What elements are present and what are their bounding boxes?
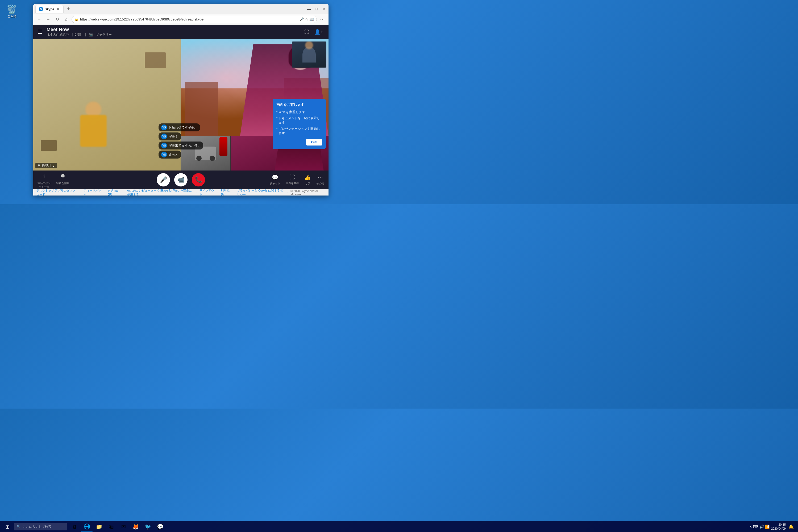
browser-tabs: S Skype ✕ + <box>35 5 304 13</box>
share-link-label: 通話のリン クを共有 <box>38 182 51 189</box>
more-control[interactable]: ⋯ その他 <box>316 174 324 185</box>
caption-text-2: 字幕？ <box>169 134 178 139</box>
meeting-subtitle: 3/4 人が通話中 | 0:58 | 📷 ギャラリー <box>46 33 303 37</box>
address-bar[interactable]: 🔒 https://web.skype.com/19:1522f77256954… <box>72 16 317 23</box>
mic-icon-left: 🎙 <box>38 164 41 168</box>
pip-video <box>292 41 326 68</box>
share-item-1: Web を参照します <box>277 110 322 114</box>
caption-3: YS 字幕出てますあ、僕。 <box>158 141 203 150</box>
video-button[interactable]: 📹 <box>174 173 188 187</box>
thumbs-up-icon: 👍 <box>304 174 311 180</box>
chat-icon: 💬 <box>272 174 279 180</box>
footer-public[interactable]: 公共のコンピューターで Skype for Web を安全に使用する <box>127 189 193 196</box>
record-label: 録音を開始 <box>56 182 70 185</box>
share-item-3: プレゼンテーションを開始します <box>277 127 322 136</box>
skype-app: ☰ Meet Now 3/4 人が通話中 | 0:58 | 📷 ギャラリー ⛶ … <box>33 25 328 195</box>
caption-avatar-1: YS <box>161 125 167 130</box>
skype-footer: デスクトップ アプリのダウンロード · フィードバック · 言語 (ja-JP)… <box>33 189 328 195</box>
recycle-bin-graphic: 🗑️ <box>6 4 17 14</box>
caption-avatar-2: YS <box>161 134 167 139</box>
skype-tab[interactable]: S Skype ✕ <box>35 5 63 13</box>
share-link-control[interactable]: ↑ 通話のリン クを共有 <box>38 171 51 189</box>
new-tab-button[interactable]: + <box>65 5 72 13</box>
chat-control[interactable]: 💬 チャット <box>270 174 280 185</box>
participants-count: 3/4 人が通話中 <box>48 33 69 36</box>
header-actions: ⛶ 👤+ <box>303 28 324 36</box>
recycle-bin-icon[interactable]: 🗑️ ごみ箱 <box>4 4 19 18</box>
browser-more-button[interactable]: ⋯ <box>318 15 326 23</box>
chevron-down-icon-left: ∨ <box>52 164 55 168</box>
screen-share-icon-bottom: ⛶ <box>290 174 295 180</box>
more-label: その他 <box>316 182 324 185</box>
record-control[interactable]: ⏺ 録音を開始 <box>56 171 70 189</box>
footer-language[interactable]: 言語 (ja-JP) <box>108 189 121 195</box>
footer-privacy[interactable]: プライバシーと Cookie に関するポリシー <box>237 189 284 196</box>
chat-label: チャット <box>270 182 280 185</box>
share-item-2: ドキュメントを一緒に表示します <box>277 116 322 125</box>
footer-terms[interactable]: 利用規約 <box>221 189 231 196</box>
lock-icon: 🔒 <box>75 18 78 21</box>
share-popup-title: 画面を共有します <box>277 102 322 107</box>
caption-1: YS お疲れ様です字幕。 <box>158 124 200 131</box>
favorites-icon[interactable]: ☆ <box>305 17 308 22</box>
view-mode: ギャラリー <box>96 33 112 36</box>
meeting-title: Meet Now <box>46 27 303 33</box>
record-icon: ⏺ <box>58 171 68 180</box>
pip-video-content <box>292 41 326 68</box>
forward-button[interactable]: → <box>44 16 52 23</box>
mute-button[interactable]: 🎤 <box>157 173 170 187</box>
ok-button[interactable]: OK! <box>306 139 322 146</box>
name-label-left: 🎙 長谷川 ∨ <box>35 163 57 168</box>
minimize-button[interactable]: — <box>306 6 311 12</box>
url-text: https://web.skype.com/19:1522f7725695476… <box>80 17 298 21</box>
screen-share-icon[interactable]: ⛶ <box>303 28 310 36</box>
caption-text-3: 字幕出てますあ、僕。 <box>169 144 201 148</box>
home-button[interactable]: ⌂ <box>62 16 70 23</box>
caption-avatar-4: YS <box>161 152 167 157</box>
refresh-button[interactable]: ↻ <box>54 16 61 23</box>
screen-share-label: 画面を共有 <box>286 182 299 185</box>
captions-overlay: YS お疲れ様です字幕。 YS 字幕？ YS 字幕出てますあ、僕。 YS えっと <box>158 124 203 158</box>
tab-close-button[interactable]: ✕ <box>56 7 60 11</box>
footer-download[interactable]: デスクトップ アプリのダウンロード <box>36 189 78 196</box>
window-controls: — □ ✕ <box>306 6 326 12</box>
more-icon: ⋯ <box>318 174 323 180</box>
maximize-button[interactable]: □ <box>314 6 319 12</box>
caption-text-1: お疲れ様です字幕。 <box>169 125 197 130</box>
react-label: リア <box>305 182 310 185</box>
browser-navbar: ← → ↻ ⌂ 🔒 https://web.skype.com/19:1522f… <box>33 14 328 25</box>
recycle-bin-label: ごみ箱 <box>7 14 16 18</box>
share-link-icon: ↑ <box>39 171 49 180</box>
video-area: 🎙 長谷川 ∨ <box>33 39 328 171</box>
browser-window: S Skype ✕ + — □ ✕ ← → ↻ ⌂ 🔒 https://web.… <box>33 4 328 195</box>
address-bar-icons: 🎤 ☆ 📖 <box>299 17 314 22</box>
browser-titlebar: S Skype ✕ + — □ ✕ <box>33 4 328 14</box>
view-mode-icon: 📷 <box>89 33 93 36</box>
add-person-icon[interactable]: 👤+ <box>314 28 324 36</box>
footer-signout[interactable]: サインアウト <box>200 189 215 196</box>
end-call-button[interactable]: 📞 <box>192 173 205 187</box>
react-control[interactable]: 👍 リア <box>304 174 311 185</box>
footer-feedback[interactable]: フィードバック <box>84 189 101 196</box>
controls-bar: ↑ 通話のリン クを共有 ⏺ 録音を開始 🎤 📹 📞 💬 チャット <box>33 171 328 189</box>
caption-text-4: えっと <box>169 152 178 157</box>
tab-favicon: S <box>39 7 43 11</box>
time-elapsed: | 0:58 <box>72 33 82 36</box>
controls-center: 🎤 📹 📞 <box>157 173 205 187</box>
caption-avatar-3: YS <box>161 142 167 148</box>
caption-4: YS えっと <box>158 151 181 158</box>
share-screen-popup: 画面を共有します Web を参照します ドキュメントを一緒に表示します プレゼン… <box>273 99 326 149</box>
close-button[interactable]: ✕ <box>321 6 326 12</box>
separator: | <box>85 33 87 36</box>
share-popup-ok-area: OK! <box>277 139 322 146</box>
hamburger-menu[interactable]: ☰ <box>38 29 42 35</box>
tab-title: Skype <box>45 7 54 11</box>
screen-share-control[interactable]: ⛶ 画面を共有 <box>286 174 299 185</box>
microphone-icon[interactable]: 🎤 <box>299 17 304 22</box>
footer-copyright: © 2020 Skype and/or Microsoft <box>290 189 325 196</box>
header-title-section: Meet Now 3/4 人が通話中 | 0:58 | 📷 ギャラリー <box>46 27 303 37</box>
reading-icon[interactable]: 📖 <box>309 17 314 22</box>
back-button[interactable]: ← <box>35 16 43 23</box>
skype-header: ☰ Meet Now 3/4 人が通話中 | 0:58 | 📷 ギャラリー ⛶ … <box>33 25 328 39</box>
caption-2: YS 字幕？ <box>158 132 181 140</box>
